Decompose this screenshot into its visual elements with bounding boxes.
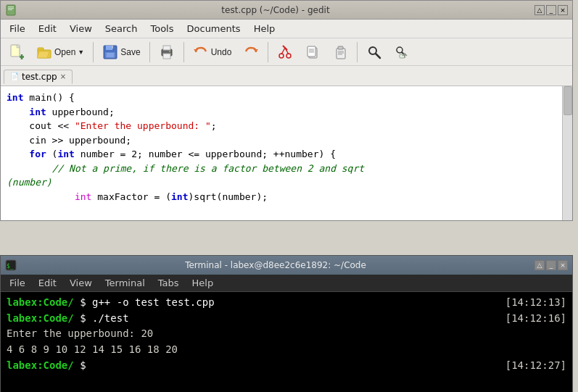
save-button[interactable]: Save (97, 42, 145, 62)
save-label: Save (120, 47, 140, 57)
svg-rect-13 (107, 53, 114, 57)
menu-file[interactable]: File (4, 22, 31, 36)
terminal-close-btn[interactable]: × (558, 260, 568, 270)
gedit-menubar: File Edit View Search Tools Documents He… (1, 20, 572, 38)
redo-button[interactable] (238, 42, 264, 62)
code-scrollbar[interactable] (562, 86, 572, 220)
gedit-titlebar: test.cpp (~/Code) - gedit △ _ × (1, 1, 572, 20)
svg-rect-27 (307, 46, 315, 57)
terminal-window: $_ Terminal - labex@d8ee2c6e1892: ~/Code… (0, 255, 573, 392)
svg-rect-31 (337, 49, 345, 59)
open-icon (36, 44, 52, 60)
terminal-minimize-btn[interactable]: △ (534, 260, 545, 270)
toolbar-sep-1 (93, 42, 94, 62)
svg-line-23 (281, 48, 285, 54)
cut-button[interactable] (272, 42, 298, 62)
code-line-1: int main() { (7, 91, 566, 105)
terminal-maximize-btn[interactable]: _ (546, 260, 556, 270)
terminal-win-controls: △ _ × (534, 260, 568, 270)
paste-icon (332, 44, 348, 60)
print-button[interactable] (154, 42, 180, 62)
svg-rect-1 (8, 7, 14, 7)
terminal-app-icon: $_ (5, 259, 17, 271)
gedit-toolbar: Open ▼ Save (1, 38, 572, 66)
term-menu-file[interactable]: File (4, 277, 31, 289)
svg-rect-14 (112, 46, 113, 49)
toolbar-sep-2 (149, 42, 150, 62)
code-line-6: // Not a prime, if there is a factor bet… (7, 162, 566, 176)
gedit-win-controls: △ _ × (534, 5, 568, 15)
menu-edit[interactable]: Edit (33, 22, 62, 36)
menu-search[interactable]: Search (99, 22, 144, 36)
gedit-window-title: test.cpp (~/Code) - gedit (17, 5, 534, 15)
print-icon (159, 44, 175, 60)
code-scroll-thumb[interactable] (563, 86, 572, 115)
terminal-line-5: labex:Code/ $ [14:12:27] (7, 358, 566, 374)
svg-rect-32 (338, 46, 343, 49)
terminal-titlebar: $_ Terminal - labex@d8ee2c6e1892: ~/Code… (1, 256, 572, 275)
terminal-window-title: Terminal - labex@d8ee2c6e1892: ~/Code (17, 260, 534, 270)
term-menu-terminal[interactable]: Terminal (99, 277, 151, 289)
terminal-line-3: Enter the upperbound: 20 (7, 326, 566, 342)
tab-close-btn[interactable]: × (60, 72, 66, 80)
save-icon (102, 44, 118, 60)
svg-text:$_: $_ (7, 263, 14, 270)
svg-rect-17 (163, 54, 170, 59)
code-editor[interactable]: int main() { int upperbound; cout << "En… (1, 86, 572, 220)
gedit-window: test.cpp (~/Code) - gedit △ _ × File Edi… (0, 0, 573, 221)
gedit-tabbar: 📄 test.cpp × (1, 66, 572, 86)
tab-label: test.cpp (22, 72, 57, 82)
cut-icon (277, 44, 293, 60)
term-menu-tabs[interactable]: Tabs (152, 277, 185, 289)
toolbar-sep-5 (357, 42, 358, 62)
paste-button[interactable] (327, 42, 353, 62)
term-menu-edit[interactable]: Edit (33, 277, 62, 289)
open-arrow: ▼ (78, 49, 84, 56)
gedit-minimize-btn[interactable]: △ (534, 5, 545, 15)
terminal-line-2: labex:Code/ $ ./test [14:12:16] (7, 311, 566, 327)
terminal-line-4: 4 6 8 9 10 12 14 15 16 18 20 (7, 342, 566, 358)
svg-rect-16 (163, 46, 170, 50)
code-line-7: (number) (7, 175, 566, 190)
toolbar-sep-4 (268, 42, 268, 62)
new-icon (9, 44, 25, 60)
menu-help[interactable]: Help (248, 22, 281, 36)
svg-rect-18 (169, 51, 170, 52)
undo-button[interactable]: Undo (188, 42, 237, 62)
terminal-body[interactable]: labex:Code/ $ g++ -o test test.cpp [14:1… (1, 292, 572, 392)
search-replace-button[interactable] (389, 42, 415, 62)
code-content: int main() { int upperbound; cout << "En… (1, 86, 572, 220)
menu-view[interactable]: View (64, 22, 98, 36)
menu-documents[interactable]: Documents (181, 22, 247, 36)
search-button[interactable] (361, 42, 387, 62)
menu-tools[interactable]: Tools (144, 22, 179, 36)
term-menu-help[interactable]: Help (186, 277, 220, 289)
code-line-5: for (int number = 2; number <= upperboun… (7, 147, 566, 162)
svg-marker-20 (254, 49, 258, 52)
redo-icon (243, 44, 259, 60)
terminal-line-1: labex:Code/ $ g++ -o test test.cpp [14:1… (7, 295, 566, 311)
tab-test-cpp[interactable]: 📄 test.cpp × (4, 70, 73, 84)
svg-marker-19 (194, 49, 198, 52)
code-line-8: int maxFactor = (int)sqrt(number); (7, 190, 566, 204)
code-line-2: int upperbound; (7, 105, 566, 120)
svg-rect-3 (8, 9, 12, 10)
code-line-4: cin >> upperbound; (7, 133, 566, 148)
search-icon (366, 44, 382, 60)
toolbar-sep-3 (183, 42, 184, 62)
svg-line-25 (283, 46, 287, 50)
gedit-maximize-btn[interactable]: _ (546, 5, 556, 15)
open-button[interactable]: Open ▼ (31, 42, 89, 62)
undo-icon (193, 44, 209, 60)
copy-icon (305, 44, 321, 60)
undo-label: Undo (211, 47, 232, 57)
term-menu-view[interactable]: View (64, 277, 98, 289)
copy-button[interactable] (300, 42, 326, 62)
gedit-app-icon (5, 4, 17, 16)
gedit-close-btn[interactable]: × (558, 5, 568, 15)
new-button[interactable] (4, 42, 30, 62)
svg-line-37 (376, 54, 380, 58)
svg-rect-11 (106, 46, 112, 50)
search-replace-icon (394, 44, 410, 60)
svg-rect-2 (8, 8, 14, 9)
